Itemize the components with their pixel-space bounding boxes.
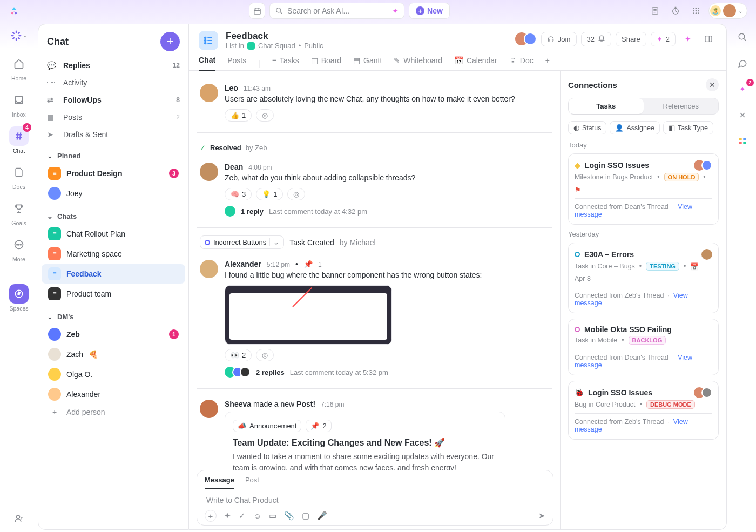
emoji-icon[interactable]: ☺ xyxy=(253,511,261,521)
member-count-button[interactable]: 32 xyxy=(581,32,611,46)
gif-icon[interactable]: ▭ xyxy=(269,511,276,521)
user-menu[interactable]: 🏝️ ⌄ xyxy=(708,3,747,19)
tab-posts[interactable]: Posts xyxy=(227,56,246,70)
share-button[interactable]: Share xyxy=(616,32,646,46)
search-input[interactable]: Search or Ask AI... ✦ xyxy=(269,3,404,19)
nav-label: Posts xyxy=(63,113,82,122)
thread-replies[interactable]: 2 replies Last comment today at 5:32 pm xyxy=(225,367,549,378)
section-pinned[interactable]: ⌄ Pinned xyxy=(38,143,188,163)
dm-zeb[interactable]: Zeb 1 xyxy=(42,325,185,344)
nav-posts[interactable]: ▤ Posts 2 xyxy=(38,109,188,126)
connections-icon[interactable] xyxy=(734,107,751,123)
nav-drafts[interactable]: ➤ Drafts & Sent xyxy=(38,126,188,143)
rail-goals[interactable]: Goals xyxy=(3,196,35,230)
screenshot-attachment[interactable] xyxy=(225,285,392,345)
add-reaction-button[interactable]: ◎ xyxy=(287,188,305,200)
tab-calendar[interactable]: 📅Calendar xyxy=(454,56,497,70)
dm-alexander[interactable]: Alexander xyxy=(42,385,185,404)
nav-activity[interactable]: 〰 Activity xyxy=(38,74,188,91)
channel-icon: ≡ xyxy=(48,227,61,240)
video-icon[interactable]: ▢ xyxy=(302,511,309,521)
reaction-thumbsup[interactable]: 👍 1 xyxy=(225,109,252,122)
comment-icon[interactable] xyxy=(734,55,751,71)
conn-card-okta[interactable]: Mobile Okta SSO Failing Task in Mobile• … xyxy=(568,319,719,375)
stopwatch-icon[interactable] xyxy=(667,3,684,19)
svg-rect-25 xyxy=(743,138,746,140)
check-circle-icon[interactable]: ✓ xyxy=(239,511,246,521)
composer-input[interactable]: Write to Chat Product xyxy=(205,494,545,510)
filter-assignee[interactable]: 👤Assignee xyxy=(610,121,659,134)
ai-icon[interactable]: ✦ xyxy=(680,31,696,47)
add-view-button[interactable]: + xyxy=(545,56,550,70)
composer-tab-message[interactable]: Message xyxy=(205,476,234,489)
ai-summary-icon[interactable]: 2 ✦ xyxy=(734,81,751,97)
rail-home[interactable]: Home xyxy=(3,51,35,85)
conn-card-login-sso[interactable]: ◆ Login SSO Issues Milestone in Bugs Pro… xyxy=(568,153,719,225)
reaction-bulb[interactable]: 💡 1 xyxy=(256,188,283,200)
panel-toggle-icon[interactable] xyxy=(700,31,717,47)
filter-tasktype[interactable]: ◧Task Type xyxy=(663,121,713,134)
calendar-icon[interactable] xyxy=(249,3,265,19)
reaction-brain[interactable]: 🧠 3 xyxy=(225,188,252,200)
tab-gantt[interactable]: ▤Gantt xyxy=(353,56,382,70)
apps-grid-icon[interactable] xyxy=(688,3,704,19)
seg-tasks[interactable]: Tasks xyxy=(569,98,644,114)
add-person-button[interactable]: + Add person xyxy=(42,405,185,420)
rail-more[interactable]: More xyxy=(3,232,35,266)
tab-doc[interactable]: 🗎Doc xyxy=(509,56,534,70)
pinned-joey[interactable]: Joey xyxy=(42,184,185,203)
dm-zach[interactable]: Zach 🍕 xyxy=(42,345,185,364)
tab-chat[interactable]: Chat xyxy=(199,56,215,71)
tab-whiteboard[interactable]: ✎Whiteboard xyxy=(394,56,442,70)
close-button[interactable]: ✕ xyxy=(706,78,719,91)
mic-icon[interactable]: 🎤 xyxy=(317,511,327,521)
channel-avatars[interactable] xyxy=(515,32,537,45)
reaction-eyes[interactable]: 👀 2 xyxy=(225,349,252,361)
add-reaction-button[interactable]: ◎ xyxy=(256,349,274,361)
ai-icon[interactable]: ✦ xyxy=(224,511,231,521)
composer-tab-post[interactable]: Post xyxy=(245,476,259,484)
add-reaction-button[interactable]: ◎ xyxy=(256,109,274,122)
svg-point-23 xyxy=(739,33,745,39)
task-chip[interactable]: Incorrect Buttons ⌄ xyxy=(200,235,284,249)
rail-docs[interactable]: Docs xyxy=(3,159,35,193)
notepad-icon[interactable] xyxy=(647,3,663,19)
folder-name[interactable]: Chat Squad xyxy=(258,42,295,50)
tab-board[interactable]: ▥Board xyxy=(311,56,341,70)
conn-card-login-sso-bug[interactable]: 🐞 Login SSO Issues Bug in Core Product• … xyxy=(568,381,719,440)
filter-status[interactable]: ◐Status xyxy=(568,121,606,134)
target-icon: ◎ xyxy=(262,351,268,359)
rail-chat[interactable]: 4 Chat xyxy=(3,123,35,157)
dm-olga[interactable]: Olga O. xyxy=(42,365,185,384)
chat-rollout-plan[interactable]: ≡ Chat Rollout Plan xyxy=(42,224,185,244)
pinned-product-design[interactable]: ≡ Product Design 3 xyxy=(42,164,185,183)
search-placeholder: Search or Ask AI... xyxy=(287,6,349,15)
thread-replies[interactable]: 1 reply Last comment today at 4:32 pm xyxy=(225,206,549,217)
chat-product-team[interactable]: ≡ Product team xyxy=(42,284,185,304)
chat-marketing[interactable]: ≡ Marketing space xyxy=(42,244,185,264)
invite-person-icon[interactable] xyxy=(11,510,27,527)
plus-button[interactable]: + xyxy=(205,510,217,522)
new-chat-button[interactable]: + xyxy=(160,32,180,51)
svg-point-5 xyxy=(696,8,697,9)
tab-tasks[interactable]: ≡Tasks xyxy=(272,56,299,70)
rail-spaces[interactable]: Spaces xyxy=(3,281,35,315)
new-button[interactable]: + New xyxy=(409,3,450,19)
section-chats[interactable]: ⌄ Chats xyxy=(38,204,188,224)
section-dms[interactable]: ⌄ DM's xyxy=(38,304,188,324)
rail-inbox[interactable]: Inbox xyxy=(3,87,35,121)
apps-icon[interactable] xyxy=(734,133,751,149)
nav-replies[interactable]: 💬 Replies 12 xyxy=(38,57,188,74)
list-icon: ≡ xyxy=(272,56,276,65)
nav-followups[interactable]: ⇄ FollowUps 8 xyxy=(38,91,188,109)
collapse-toggle-icon[interactable]: ⌄ xyxy=(10,27,28,44)
seg-references[interactable]: References xyxy=(644,98,719,114)
viewers-button[interactable]: ✦ 2 xyxy=(651,32,676,46)
attachment-icon[interactable]: 📎 xyxy=(284,511,294,521)
search-icon[interactable] xyxy=(734,29,751,45)
join-button[interactable]: Join xyxy=(541,32,577,46)
send-button[interactable]: ➤ xyxy=(538,511,545,521)
chat-feedback[interactable]: ≡ Feedback xyxy=(42,264,185,284)
conn-card-e30a[interactable]: E30A – Errors Task in Core – Bugs• TESTI… xyxy=(568,243,719,313)
rrail-badge: 2 xyxy=(746,79,754,86)
